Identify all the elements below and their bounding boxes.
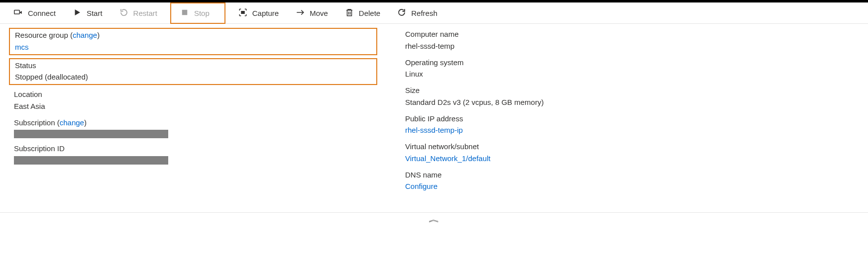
dns-label: DNS name [405, 170, 760, 181]
subscription-label: Subscription [14, 118, 55, 127]
chevron-up-double-icon: ︽ [429, 215, 439, 224]
delete-label: Delete [359, 9, 380, 17]
subscription-id-property: Subscription ID [9, 142, 377, 166]
subscription-id-redacted [14, 156, 168, 165]
delete-button[interactable]: Delete [341, 6, 384, 20]
essentials-left-column: Resource group (change) mcs Status Stopp… [9, 28, 377, 196]
resource-group-change-link[interactable]: change [73, 31, 97, 39]
vnet-label: Virtual network/subnet [405, 141, 760, 153]
essentials-right-column: Computer name rhel-sssd-temp Operating s… [397, 28, 765, 196]
restart-icon [119, 8, 128, 18]
size-value: Standard D2s v3 (2 vcpus, 8 GB memory) [405, 96, 760, 108]
stop-icon [180, 8, 189, 18]
move-button[interactable]: Move [292, 6, 332, 20]
status-value: Stopped (deallocated) [15, 71, 371, 83]
os-label: Operating system [405, 57, 760, 69]
play-icon [73, 8, 82, 18]
dns-property: DNS name Configure [400, 169, 765, 194]
toolbar: Connect Start Restart Stop Capture Move [0, 2, 868, 24]
move-label: Move [310, 9, 328, 17]
restart-label: Restart [133, 9, 157, 17]
resource-group-label: Resource group [15, 31, 68, 39]
capture-label: Capture [252, 9, 279, 17]
essentials-panel: Resource group (change) mcs Status Stopp… [0, 24, 868, 201]
collapse-essentials-button[interactable]: ︽ [0, 213, 868, 226]
dns-configure-link[interactable]: Configure [405, 182, 437, 190]
computer-name-property: Computer name rhel-sssd-temp [400, 28, 765, 53]
public-ip-link[interactable]: rhel-sssd-temp-ip [405, 126, 463, 134]
os-property: Operating system Linux [400, 56, 765, 82]
location-label: Location [14, 89, 372, 100]
subscription-property: Subscription (change) [9, 116, 377, 140]
vnet-link[interactable]: Virtual_Network_1/default [405, 154, 491, 163]
capture-icon [238, 8, 247, 18]
status-label: Status [15, 60, 371, 72]
subscription-id-label: Subscription ID [14, 143, 372, 155]
overview-scroll-area[interactable]: Resource group (change) mcs Status Stopp… [0, 24, 868, 213]
connect-label: Connect [28, 9, 56, 17]
computer-name-value: rhel-sssd-temp [405, 40, 760, 52]
refresh-label: Refresh [411, 9, 437, 17]
svg-rect-1 [182, 9, 188, 15]
rp: ) [97, 31, 100, 39]
connect-button[interactable]: Connect [10, 6, 60, 20]
stop-highlight-box: Stop [170, 2, 225, 24]
capture-button[interactable]: Capture [234, 6, 283, 20]
size-property: Size Standard D2s v3 (2 vcpus, 8 GB memo… [400, 84, 765, 109]
public-ip-label: Public IP address [405, 113, 760, 125]
subscription-change-link[interactable]: change [60, 118, 84, 127]
refresh-icon [397, 8, 406, 18]
location-value: East Asia [14, 100, 372, 112]
vnet-property: Virtual network/subnet Virtual_Network_1… [400, 140, 765, 166]
stop-button: Stop [176, 6, 214, 20]
connect-icon [14, 8, 23, 18]
tags-section: Tags (change) Click here to add tags [0, 201, 868, 213]
status-property: Status Stopped (deallocated) [9, 58, 377, 86]
svg-rect-0 [14, 10, 20, 14]
public-ip-property: Public IP address rhel-sssd-temp-ip [400, 112, 765, 138]
restart-button: Restart [115, 6, 161, 20]
location-property: Location East Asia [9, 88, 377, 113]
move-icon [296, 8, 305, 18]
resource-group-value-link[interactable]: mcs [15, 43, 29, 51]
start-label: Start [87, 9, 103, 17]
resource-group-property: Resource group (change) mcs [9, 28, 377, 55]
rp2: ) [84, 118, 87, 127]
computer-name-label: Computer name [405, 29, 760, 40]
subscription-redacted [14, 130, 168, 138]
delete-icon [345, 8, 354, 18]
os-value: Linux [405, 68, 760, 80]
start-button[interactable]: Start [69, 6, 107, 20]
svg-rect-2 [241, 11, 244, 13]
stop-label: Stop [194, 9, 210, 17]
size-label: Size [405, 85, 760, 96]
refresh-button[interactable]: Refresh [393, 6, 441, 20]
